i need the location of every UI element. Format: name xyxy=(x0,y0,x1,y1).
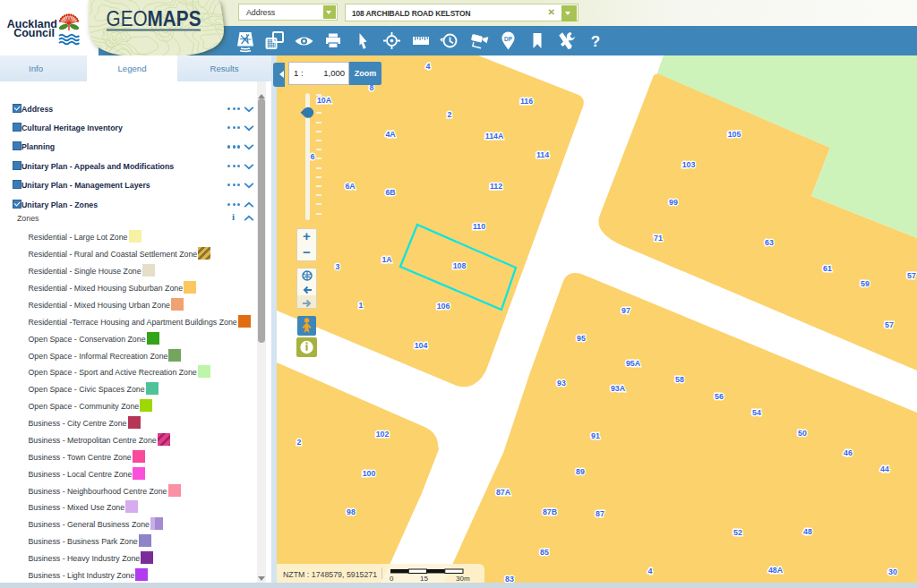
svg-text:54: 54 xyxy=(752,408,761,417)
svg-text:63: 63 xyxy=(765,238,774,247)
svg-text:71: 71 xyxy=(654,234,663,243)
svg-text:3: 3 xyxy=(336,262,340,271)
svg-text:6: 6 xyxy=(311,152,315,161)
svg-text:46: 46 xyxy=(844,448,853,457)
svg-text:2: 2 xyxy=(297,438,302,447)
svg-text:106: 106 xyxy=(437,302,450,311)
svg-text:89: 89 xyxy=(576,467,585,476)
svg-text:102: 102 xyxy=(376,430,390,439)
svg-text:87A: 87A xyxy=(496,488,511,497)
svg-text:100: 100 xyxy=(363,469,376,478)
svg-text:57: 57 xyxy=(907,271,916,280)
svg-text:30: 30 xyxy=(888,567,897,576)
svg-text:114A: 114A xyxy=(485,132,504,141)
svg-text:DP: DP xyxy=(504,36,513,42)
svg-text:4: 4 xyxy=(426,62,431,71)
svg-text:2: 2 xyxy=(448,110,452,119)
svg-text:87B: 87B xyxy=(543,507,557,516)
svg-text:104: 104 xyxy=(415,341,428,350)
svg-text:57: 57 xyxy=(885,320,894,329)
svg-text:0: 0 xyxy=(390,575,394,583)
svg-text:56: 56 xyxy=(715,392,724,401)
svg-text:105: 105 xyxy=(728,130,741,139)
svg-text:?: ? xyxy=(591,33,600,50)
svg-text:97: 97 xyxy=(621,306,630,315)
svg-text:48A: 48A xyxy=(768,566,784,575)
svg-text:108: 108 xyxy=(453,261,467,270)
svg-text:103: 103 xyxy=(682,160,696,169)
svg-text:52: 52 xyxy=(733,528,742,537)
svg-text:93A: 93A xyxy=(611,384,626,393)
svg-text:44: 44 xyxy=(880,464,889,473)
svg-text:6A: 6A xyxy=(345,182,356,191)
svg-text:61: 61 xyxy=(823,264,832,273)
svg-text:59: 59 xyxy=(861,279,870,288)
svg-text:4: 4 xyxy=(648,567,653,575)
svg-text:87: 87 xyxy=(596,509,604,518)
svg-text:99: 99 xyxy=(669,198,678,207)
svg-text:6B: 6B xyxy=(385,188,395,197)
svg-text:58: 58 xyxy=(675,375,684,384)
svg-text:30m: 30m xyxy=(456,575,470,583)
svg-text:15: 15 xyxy=(420,575,428,583)
svg-text:98: 98 xyxy=(347,507,356,516)
svg-text:95: 95 xyxy=(577,334,586,343)
svg-text:85: 85 xyxy=(540,548,549,557)
svg-text:91: 91 xyxy=(591,431,600,440)
svg-text:1A: 1A xyxy=(381,255,392,264)
svg-text:1: 1 xyxy=(359,301,364,310)
svg-text:50: 50 xyxy=(798,429,807,438)
svg-text:110: 110 xyxy=(473,222,485,231)
svg-text:93: 93 xyxy=(557,379,566,388)
svg-text:48: 48 xyxy=(803,527,812,536)
svg-text:114: 114 xyxy=(536,150,549,159)
svg-text:4A: 4A xyxy=(385,130,396,139)
svg-text:116: 116 xyxy=(520,97,533,106)
svg-text:95A: 95A xyxy=(626,359,641,368)
svg-text:112: 112 xyxy=(490,182,502,191)
svg-text:GEOMAPS: GEOMAPS xyxy=(107,7,201,30)
